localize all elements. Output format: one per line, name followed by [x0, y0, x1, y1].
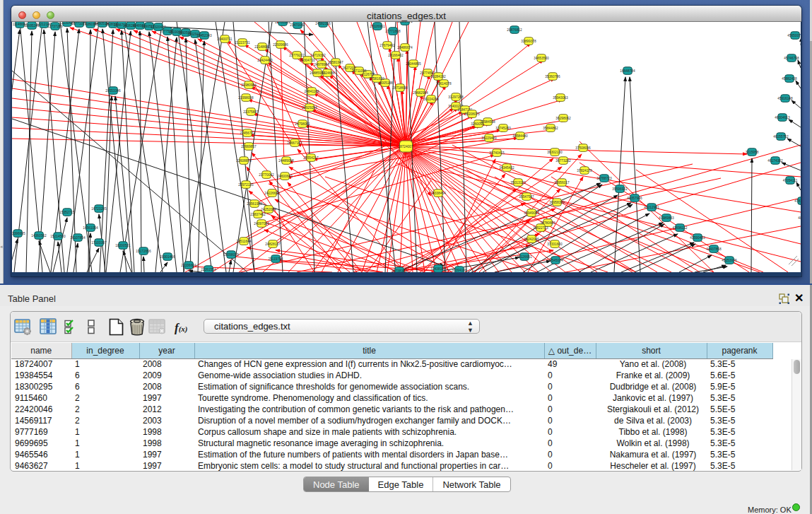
- svg-text:24719332: 24719332: [310, 54, 326, 57]
- svg-text:27771808: 27771808: [385, 30, 401, 33]
- svg-text:28718698: 28718698: [392, 86, 408, 90]
- svg-text:22939686: 22939686: [273, 43, 288, 47]
- svg-text:28166402: 28166402: [388, 54, 404, 57]
- svg-text:45746798: 45746798: [784, 57, 799, 60]
- svg-text:22456722: 22456722: [240, 132, 255, 135]
- svg-text:24600642: 24600642: [277, 175, 293, 178]
- svg-text:32208075: 32208075: [464, 112, 480, 116]
- svg-text:35360786: 35360786: [545, 75, 560, 78]
- svg-text:16723285: 16723285: [91, 207, 107, 211]
- svg-text:25119784: 25119784: [269, 257, 283, 261]
- svg-text:19452343: 19452343: [196, 34, 212, 37]
- svg-text:28486674: 28486674: [397, 46, 413, 49]
- svg-text:42696112: 42696112: [673, 226, 688, 230]
- svg-text:3215958: 3215958: [746, 151, 759, 154]
- svg-text:44437858: 44437858: [706, 247, 722, 251]
- svg-text:23511644: 23511644: [237, 240, 252, 243]
- svg-text:36242046: 36242046: [524, 238, 539, 241]
- svg-text:13396695: 13396695: [12, 232, 25, 235]
- svg-text:40357946: 40357946: [627, 197, 642, 200]
- svg-text:35547547: 35547547: [519, 195, 534, 199]
- svg-text:15352715: 15352715: [59, 211, 75, 214]
- svg-text:48163232: 48163232: [798, 216, 801, 220]
- svg-text:19172656: 19172656: [136, 250, 151, 253]
- svg-text:34345432: 34345432: [499, 166, 514, 170]
- svg-text:29044855: 29044855: [406, 62, 421, 66]
- svg-text:35013123: 35013123: [510, 181, 526, 185]
- svg-text:36956017: 36956017: [554, 181, 570, 185]
- svg-text:45882438: 45882438: [782, 77, 797, 81]
- svg-text:30224230: 30224230: [423, 98, 439, 101]
- svg-text:25581947: 25581947: [328, 61, 343, 64]
- svg-text:15214580: 15214580: [50, 235, 66, 238]
- svg-text:30284192: 30284192: [430, 75, 446, 78]
- svg-text:33745283: 33745283: [495, 127, 511, 130]
- svg-text:23098039: 23098039: [223, 253, 239, 257]
- svg-text:28193671: 28193671: [397, 22, 413, 23]
- svg-text:22375837: 22375837: [243, 110, 259, 114]
- svg-text:30738382: 30738382: [392, 269, 407, 272]
- svg-text:43590403: 43590403: [690, 236, 705, 240]
- svg-text:37508096: 37508096: [575, 146, 591, 150]
- svg-text:36958390: 36958390: [549, 201, 565, 204]
- svg-text:20301466: 20301466: [160, 255, 175, 259]
- svg-text:23779222: 23779222: [289, 54, 305, 57]
- svg-text:19338454: 19338454: [430, 192, 446, 195]
- svg-text:22972135: 22972135: [238, 183, 254, 187]
- svg-text:47054111: 47054111: [783, 179, 798, 182]
- svg-text:24828137: 24828137: [265, 243, 281, 246]
- svg-text:27679492: 27679492: [379, 44, 395, 47]
- svg-text:23561992: 23561992: [247, 202, 262, 206]
- svg-text:24929294: 24929294: [302, 106, 317, 110]
- svg-text:46004613: 46004613: [775, 116, 790, 119]
- svg-text:24489098: 24489098: [278, 159, 294, 163]
- svg-text:32438160: 32438160: [430, 267, 446, 271]
- svg-text:24097094: 24097094: [254, 222, 269, 226]
- svg-text:24885970: 24885970: [310, 71, 325, 75]
- svg-text:41212981: 41212981: [644, 206, 659, 209]
- svg-text:47816491: 47816491: [794, 199, 801, 203]
- svg-text:35949043: 35949043: [524, 211, 539, 215]
- svg-text:24667167: 24667167: [287, 141, 302, 145]
- svg-text:36298062: 36298062: [555, 117, 571, 120]
- svg-text:45916148: 45916148: [777, 97, 793, 100]
- svg-text:39596922: 39596922: [612, 187, 628, 191]
- svg-text:14360562: 14360562: [31, 234, 47, 238]
- svg-text:45650075: 45650075: [787, 34, 801, 37]
- svg-text:46155752: 46155752: [773, 135, 789, 139]
- svg-text:22669857: 22669857: [241, 145, 257, 148]
- svg-text:18200531: 18200531: [115, 244, 131, 247]
- svg-text:37824178: 37824178: [577, 169, 592, 173]
- svg-text:36773202: 36773202: [555, 159, 571, 163]
- svg-text:33229409: 33229409: [481, 136, 497, 140]
- svg-text:36126651: 36126651: [517, 255, 532, 259]
- svg-text:22261554: 22261554: [201, 268, 216, 271]
- svg-text:24978964: 24978964: [314, 63, 329, 66]
- svg-text:23837462: 23837462: [250, 213, 266, 216]
- svg-text:22780289: 22780289: [275, 22, 290, 24]
- svg-text:34584480: 34584480: [512, 134, 528, 138]
- svg-text:24582336: 24582336: [315, 22, 331, 25]
- svg-text:23470042: 23470042: [290, 23, 305, 27]
- svg-text:35943063: 35943063: [553, 96, 568, 100]
- svg-text:33740415: 33740415: [489, 151, 505, 155]
- svg-text:36522723: 36522723: [533, 226, 548, 230]
- svg-text:22608878: 22608878: [236, 159, 252, 163]
- svg-text:33899378: 33899378: [521, 40, 536, 43]
- svg-text:24798061: 24798061: [295, 122, 310, 126]
- svg-text:21336604: 21336604: [181, 264, 196, 267]
- svg-text:21980904: 21980904: [241, 83, 257, 87]
- svg-text:20400711: 20400711: [218, 37, 233, 41]
- svg-text:24304710: 24304710: [300, 59, 315, 62]
- svg-text:22424490: 22424490: [257, 59, 273, 62]
- svg-text:26711096: 26711096: [352, 69, 367, 73]
- svg-text:27026961: 27026961: [370, 25, 385, 28]
- svg-text:16107854: 16107854: [70, 236, 86, 240]
- svg-text:34653500: 34653500: [534, 57, 549, 60]
- svg-text:38788723: 38788723: [596, 177, 612, 180]
- svg-text:37331600: 37331600: [547, 243, 563, 246]
- svg-text:32984598: 32984598: [480, 120, 495, 124]
- svg-text:29682904: 29682904: [413, 91, 428, 95]
- svg-text:24226632: 24226632: [264, 192, 280, 195]
- svg-text:21998098: 21998098: [238, 96, 254, 100]
